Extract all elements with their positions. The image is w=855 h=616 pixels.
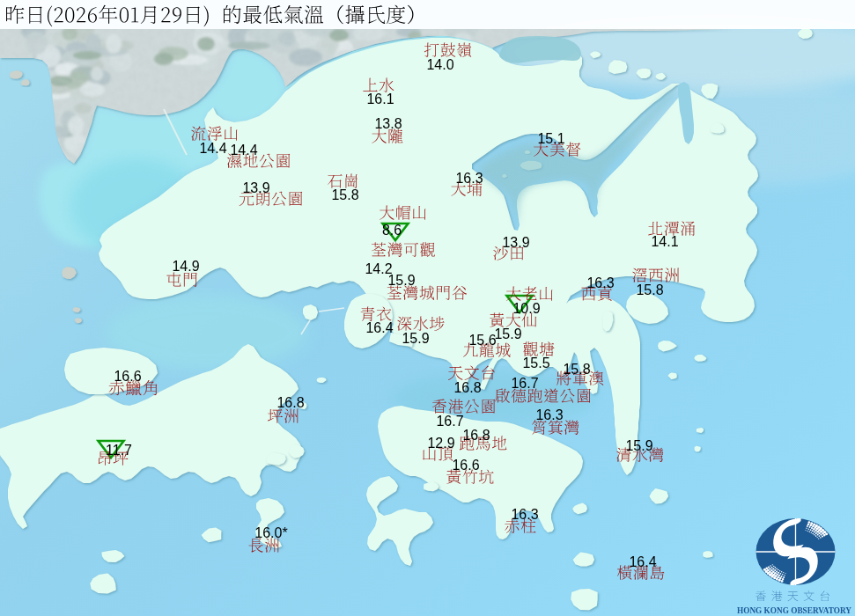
svg-text:15.9: 15.9	[402, 331, 429, 346]
svg-text:16.3: 16.3	[511, 507, 538, 522]
svg-text:15.5: 15.5	[522, 356, 549, 370]
svg-text:14.4: 14.4	[199, 141, 226, 156]
svg-text:15.1: 15.1	[537, 131, 564, 146]
svg-text:15.8: 15.8	[563, 362, 590, 377]
svg-text:15.8: 15.8	[331, 187, 358, 202]
svg-text:14.0: 14.0	[426, 57, 453, 72]
svg-text:16.7: 16.7	[511, 376, 538, 391]
svg-text:14.4: 14.4	[230, 143, 257, 158]
svg-text:13.9: 13.9	[242, 180, 269, 195]
svg-text:16.8: 16.8	[276, 395, 304, 410]
svg-text:16.3: 16.3	[455, 171, 483, 186]
svg-text:13.8: 13.8	[374, 116, 402, 131]
svg-text:15.8: 15.8	[636, 282, 663, 297]
svg-text:13.9: 13.9	[502, 235, 529, 250]
svg-text:16.8: 16.8	[462, 428, 490, 443]
svg-text:16.6: 16.6	[114, 369, 141, 384]
svg-text:16.4: 16.4	[365, 320, 393, 335]
svg-text:16.3: 16.3	[535, 407, 563, 422]
svg-text:15.9: 15.9	[625, 438, 652, 453]
svg-text:16.4: 16.4	[629, 554, 656, 569]
svg-text:16.0*: 16.0*	[254, 525, 287, 540]
svg-text:10.9: 10.9	[512, 301, 540, 316]
svg-text:11.7: 11.7	[106, 443, 132, 458]
svg-text:16.3: 16.3	[586, 275, 614, 290]
svg-text:15.9: 15.9	[387, 273, 415, 288]
svg-text:16.1: 16.1	[366, 92, 394, 106]
svg-text:14.9: 14.9	[172, 259, 199, 274]
svg-text:15.6: 15.6	[468, 333, 496, 348]
svg-text:16.8: 16.8	[453, 380, 481, 395]
svg-text:HONG KONG OBSERVATORY: HONG KONG OBSERVATORY	[737, 605, 851, 615]
svg-text:16.6: 16.6	[452, 458, 479, 473]
svg-text:16.7: 16.7	[436, 414, 463, 429]
svg-text:15.9: 15.9	[494, 326, 521, 341]
svg-text:12.9: 12.9	[427, 436, 454, 451]
svg-text:8.6: 8.6	[382, 223, 402, 238]
svg-text:14.1: 14.1	[651, 234, 678, 249]
